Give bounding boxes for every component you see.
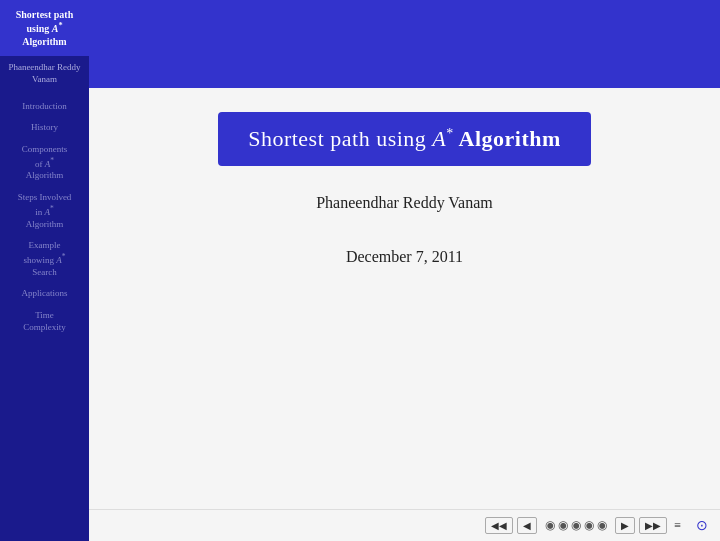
- presentation-date: December 7, 2011: [346, 248, 463, 266]
- nav-last-button[interactable]: ▶▶: [639, 517, 667, 534]
- sidebar-header: Shortest pathusing A*Algorithm: [0, 0, 89, 56]
- sidebar-nav: Introduction History Componentsof A*Algo…: [0, 96, 89, 339]
- main-area: Shortest path using A* Algorithm Phaneen…: [89, 0, 720, 541]
- sidebar-item-history[interactable]: History: [0, 117, 89, 139]
- presentation-title: Shortest path using A* Algorithm: [248, 126, 561, 151]
- author-name: Phaneendhar Reddy Vanam: [316, 194, 493, 212]
- top-banner: [89, 0, 720, 88]
- sidebar-item-steps[interactable]: Steps Involvedin A*Algorithm: [0, 187, 89, 235]
- sidebar-item-example[interactable]: Exampleshowing A*Search: [0, 235, 89, 283]
- title-box: Shortest path using A* Algorithm: [218, 112, 591, 166]
- nav-dots: ◉ ◉ ◉ ◉ ◉: [541, 518, 611, 533]
- nav-fullscreen-icon[interactable]: ⊙: [696, 517, 708, 534]
- nav-first-button[interactable]: ◀◀: [485, 517, 513, 534]
- sidebar-item-introduction[interactable]: Introduction: [0, 96, 89, 118]
- sidebar-author: Phaneendhar Reddy Vanam: [0, 56, 89, 91]
- sidebar-title: Shortest pathusing A*Algorithm: [6, 8, 83, 48]
- nav-next-button[interactable]: ▶: [615, 517, 635, 534]
- sidebar: Shortest pathusing A*Algorithm Phaneendh…: [0, 0, 89, 541]
- sidebar-item-components[interactable]: Componentsof A*Algorithm: [0, 139, 89, 187]
- sidebar-item-applications[interactable]: Applications: [0, 283, 89, 305]
- content-area: Shortest path using A* Algorithm Phaneen…: [89, 88, 720, 541]
- bottom-navigation-bar: ◀◀ ◀ ◉ ◉ ◉ ◉ ◉ ▶ ▶▶ ≡ ⊙: [89, 509, 720, 541]
- sidebar-item-time-complexity[interactable]: TimeComplexity: [0, 305, 89, 338]
- nav-section-icon: ≡: [671, 516, 684, 535]
- nav-prev-button[interactable]: ◀: [517, 517, 537, 534]
